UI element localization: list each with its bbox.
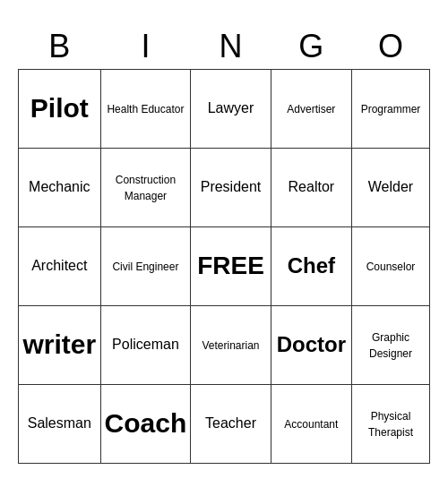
bingo-cell: Lawyer [191,69,271,148]
bingo-card: BINGO PilotHealth EducatorLawyerAdvertis… [18,24,430,464]
cell-text: writer [22,329,96,359]
bingo-cell: writer [19,305,101,384]
bingo-letter: G [271,24,351,70]
bingo-cell: Mechanic [19,148,101,226]
bingo-cell: Construction Manager [100,148,191,226]
bingo-cell: Pilot [19,69,101,148]
cell-text: Doctor [277,332,346,356]
bingo-cell: Civil Engineer [100,226,191,305]
bingo-cell: Coach [100,384,191,463]
bingo-cell: Policeman [100,305,191,384]
bingo-cell: Architect [19,226,101,305]
bingo-cell: Veterinarian [191,305,271,384]
cell-text: Welder [368,179,413,194]
bingo-cell: Welder [351,148,429,226]
bingo-row: SalesmanCoachTeacherAccountantPhysical T… [19,384,430,463]
cell-text: Counselor [366,261,416,273]
cell-text: Veterinarian [202,339,259,352]
cell-text: Programmer [361,103,421,115]
bingo-letter: I [100,24,191,70]
bingo-cell: Programmer [351,69,429,148]
bingo-header: BINGO [19,24,430,70]
bingo-cell: FREE [191,226,271,305]
bingo-cell: Physical Therapist [351,384,429,463]
bingo-cell: Doctor [271,305,351,384]
bingo-letter: N [191,24,271,70]
bingo-row: ArchitectCivil EngineerFREEChefCounselor [19,226,430,305]
cell-text: Salesman [28,415,91,431]
cell-text: President [201,179,262,194]
cell-text: Policeman [112,337,179,352]
cell-text: Physical Therapist [368,410,413,439]
bingo-cell: President [191,148,271,226]
cell-text: FREE [197,252,264,279]
bingo-row: PilotHealth EducatorLawyerAdvertiserProg… [19,69,430,148]
cell-text: Mechanic [29,179,90,194]
cell-text: Lawyer [208,100,254,115]
bingo-cell: Chef [271,226,351,305]
bingo-cell: Realtor [271,148,351,226]
bingo-letter: O [351,24,429,70]
cell-text: Teacher [205,415,256,431]
cell-text: Pilot [30,93,89,123]
cell-text: Graphic Designer [369,331,412,360]
cell-text: Coach [105,408,187,438]
bingo-cell: Advertiser [271,69,351,148]
cell-text: Advertiser [287,103,335,115]
bingo-cell: Salesman [19,384,101,463]
cell-text: Chef [288,253,335,278]
cell-text: Realtor [289,179,335,194]
cell-text: Construction Manager [116,174,176,202]
bingo-letter: B [19,24,101,70]
cell-text: Accountant [284,418,338,431]
bingo-row: MechanicConstruction ManagerPresidentRea… [19,148,430,226]
bingo-row: writerPolicemanVeterinarianDoctorGraphic… [19,305,430,384]
bingo-cell: Health Educator [100,69,191,148]
bingo-cell: Accountant [271,384,351,463]
cell-text: Civil Engineer [112,261,178,273]
bingo-cell: Counselor [351,226,429,305]
bingo-cell: Teacher [191,384,271,463]
cell-text: Architect [31,258,87,273]
cell-text: Health Educator [107,103,184,115]
bingo-cell: Graphic Designer [351,305,429,384]
